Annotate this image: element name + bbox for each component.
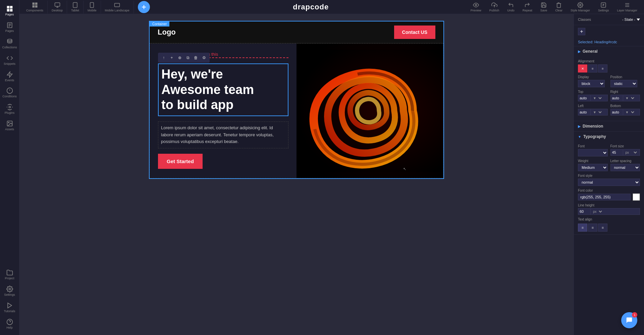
font-size-unit-select[interactable]: pxemrem (623, 150, 638, 155)
canvas: Logo Contact US Container Create your ap… (149, 21, 444, 179)
device-btn-mobile-landscape[interactable]: Mobile Landscape (101, 1, 134, 13)
position-group: Position static relative absolute fixed (610, 75, 640, 87)
add-class-button[interactable]: + (578, 28, 585, 35)
toolbar-up-btn[interactable]: ↑ (160, 54, 167, 61)
text-align-center-btn[interactable]: ≡ (588, 224, 597, 232)
display-position-row: Display block inline flex none Position … (578, 75, 640, 87)
font-size-input[interactable] (611, 149, 623, 155)
contact-us-button[interactable]: Contact US (394, 26, 435, 39)
display-select[interactable]: block inline flex none (578, 80, 605, 87)
font-select[interactable] (578, 149, 608, 156)
top-input[interactable] (578, 95, 590, 101)
color-preview[interactable] (633, 193, 640, 201)
text-align-right-btn[interactable]: ≡ (598, 224, 607, 232)
sidebar-item-pages[interactable]: Pages (0, 19, 19, 36)
sidebar-item-project[interactable]: Project (0, 267, 19, 283)
clear-action[interactable]: Clear (552, 1, 565, 13)
chat-bubble-button[interactable]: 1 (621, 312, 637, 328)
bottom-group: Bottom ▼ (610, 104, 640, 115)
sidebar-item-collections[interactable]: Collections (0, 36, 19, 52)
right-panel-header: Classes - State - (574, 14, 644, 25)
sidebar-item-plugins[interactable]: Plugins (0, 101, 19, 117)
toolbar-settings-btn[interactable]: ⚙ (200, 54, 208, 61)
right-input[interactable] (611, 95, 623, 101)
sidebar-item-components[interactable]: Pages (0, 3, 19, 19)
font-fontsize-row: Font Font size pxemrem (578, 144, 640, 156)
sidebar-item-settings[interactable]: Settings (0, 283, 19, 299)
top-unit-select[interactable]: ▼ (590, 95, 603, 101)
dimension-section-header[interactable]: ▶ Dimension (574, 121, 644, 131)
position-select[interactable]: static relative absolute fixed (610, 80, 637, 87)
toolbar-add-btn[interactable]: + (168, 54, 175, 61)
right-unit-select[interactable]: ▼ (623, 95, 635, 101)
layer-manager-label: Layer Manager (617, 9, 637, 12)
device-label-mobile-landscape: Mobile Landscape (105, 9, 129, 12)
add-element-button[interactable] (138, 1, 150, 13)
typography-section-label: Typography (583, 134, 606, 139)
bottom-input-wrapper: ▼ (610, 109, 640, 115)
font-size-group: Font size pxemrem (610, 144, 640, 156)
text-align-group: Text align ≡ ≡ ≡ (578, 218, 640, 232)
publish-action[interactable]: Publish (487, 1, 502, 13)
font-group: Font (578, 144, 608, 156)
main-area: Logo Contact US Container Create your ap… (19, 0, 574, 335)
get-started-button[interactable]: Get Started (158, 154, 203, 169)
element-toolbar: ↑ + ⊕ ⧉ 🗑 ⚙ (158, 53, 210, 63)
weight-group: Weight Medium Normal Bold (578, 159, 608, 171)
save-action[interactable]: Save (538, 1, 550, 13)
sidebar-item-label-collections: Collections (2, 46, 17, 49)
font-style-select[interactable]: normal italic oblique (578, 179, 640, 186)
bottom-input[interactable] (611, 109, 623, 115)
repeat-label: Repeat (523, 9, 532, 12)
typography-section: ▼ Typography Font Font size pxemrem (574, 132, 644, 235)
toolbar-copy-btn[interactable]: ⧉ (184, 54, 192, 61)
repeat-action[interactable]: Repeat (520, 1, 535, 13)
toolbar-move-btn[interactable]: ⊕ (176, 54, 183, 61)
bottom-unit-select[interactable]: ▼ (623, 109, 635, 115)
publish-label: Publish (489, 9, 499, 12)
device-btn-components[interactable]: Components (22, 1, 48, 13)
align-left-btn[interactable]: ✕ (578, 64, 587, 73)
save-label: Save (540, 9, 547, 12)
font-color-group: Font color (578, 189, 640, 201)
svg-point-16 (9, 288, 10, 290)
general-section-body: Alignment ✕ ≡ ≡ Display block inline fle… (574, 56, 644, 121)
sidebar-item-conditions[interactable]: Conditions (0, 85, 19, 101)
line-height-unit-select[interactable]: px (590, 209, 603, 214)
device-btn-desktop[interactable]: Desktop (48, 1, 67, 13)
sidebar-item-assets[interactable]: Assets (0, 117, 19, 134)
line-height-input[interactable] (578, 208, 590, 214)
text-align-left-btn[interactable]: ≡ (578, 224, 587, 232)
left-group: Left ▼ (578, 104, 608, 115)
align-right-btn[interactable]: ≡ (598, 64, 607, 73)
toolbar-delete-btn[interactable]: 🗑 (192, 54, 200, 61)
device-label-tablet: Tablet (71, 9, 79, 12)
device-btn-mobile[interactable]: Mobile (84, 1, 101, 13)
font-color-input[interactable] (578, 194, 631, 200)
sidebar-item-help[interactable]: Help (0, 316, 19, 332)
undo-action[interactable]: Undo (504, 1, 517, 13)
letter-spacing-select[interactable]: normal 1px 2px (610, 164, 640, 171)
font-color-label: Font color (578, 189, 640, 192)
state-dropdown[interactable]: - State - (622, 17, 640, 21)
left-input[interactable] (578, 109, 590, 115)
sidebar-item-events[interactable]: Events (0, 68, 19, 85)
align-center-btn[interactable]: ≡ (588, 64, 597, 73)
left-unit-select[interactable]: ▼ (590, 109, 603, 115)
general-section-header[interactable]: ▶ General (574, 46, 644, 56)
weight-label: Weight (578, 159, 608, 163)
letter-spacing-group: Letter spacing normal 1px 2px (610, 159, 640, 171)
device-btn-tablet[interactable]: Tablet (67, 1, 84, 13)
settings-action[interactable]: Settings (595, 1, 612, 13)
layer-manager-action[interactable]: Layer Manager (614, 1, 640, 13)
preview-action[interactable]: Preview (468, 1, 484, 13)
sidebar-item-tutorials[interactable]: Tutorials (0, 299, 19, 316)
sidebar-item-snippets[interactable]: Snippets (0, 52, 19, 68)
add-class-icon: + (580, 29, 583, 35)
weight-select[interactable]: Medium Normal Bold (578, 164, 608, 171)
typography-section-header[interactable]: ▼ Typography (574, 132, 644, 142)
style-manager-action[interactable]: Style Manager (568, 1, 593, 13)
site-navbar: Logo Contact US (150, 21, 443, 43)
font-size-input-wrapper: pxemrem (610, 149, 640, 156)
app-logo: drapcode (293, 3, 329, 11)
